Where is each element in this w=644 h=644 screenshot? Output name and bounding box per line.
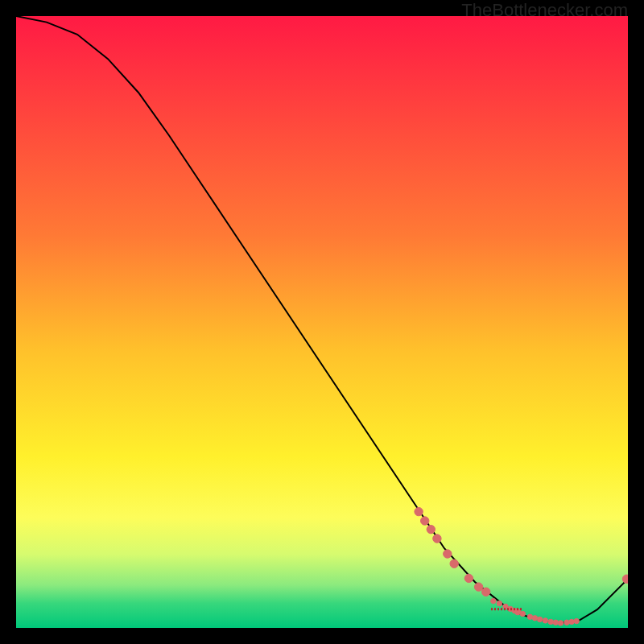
chart-marker: [491, 598, 496, 603]
annotation-glyph: [520, 608, 522, 610]
chart-marker: [558, 621, 563, 625]
chart-marker: [520, 611, 525, 616]
annotation-glyph: [504, 608, 506, 610]
chart-marker: [553, 620, 558, 625]
chart-marker: [415, 507, 423, 515]
chart-marker: [450, 559, 458, 568]
chart-marker: [474, 583, 482, 591]
chart-marker: [532, 616, 537, 621]
annotation-glyph: [510, 608, 512, 610]
annotation-glyph: [507, 608, 509, 610]
annotation-glyph: [501, 608, 502, 610]
chart-container: [16, 16, 628, 628]
chart-marker: [482, 588, 490, 596]
chart-marker: [433, 535, 441, 543]
chart-marker: [444, 550, 452, 558]
chart-marker: [427, 525, 435, 533]
chart-marker: [574, 618, 579, 623]
chart-marker: [548, 619, 553, 624]
chart-marker: [421, 517, 429, 525]
chart-marker: [537, 617, 542, 621]
annotation-glyph: [491, 608, 493, 610]
chart-marker: [564, 620, 569, 625]
chart-marker: [464, 574, 473, 582]
annotation-glyph: [517, 608, 518, 610]
annotation-glyph: [497, 608, 499, 610]
chart-svg: [16, 16, 628, 628]
chart-marker: [622, 575, 628, 583]
annotation-glyph: [494, 608, 496, 610]
chart-marker: [543, 618, 547, 623]
chart-background-gradient: [16, 16, 628, 628]
watermark-text: TheBottlenecker.com: [461, 0, 628, 21]
chart-marker: [527, 614, 532, 619]
annotation-glyph: [514, 608, 515, 610]
chart-marker: [569, 619, 574, 624]
chart-marker: [497, 601, 502, 605]
